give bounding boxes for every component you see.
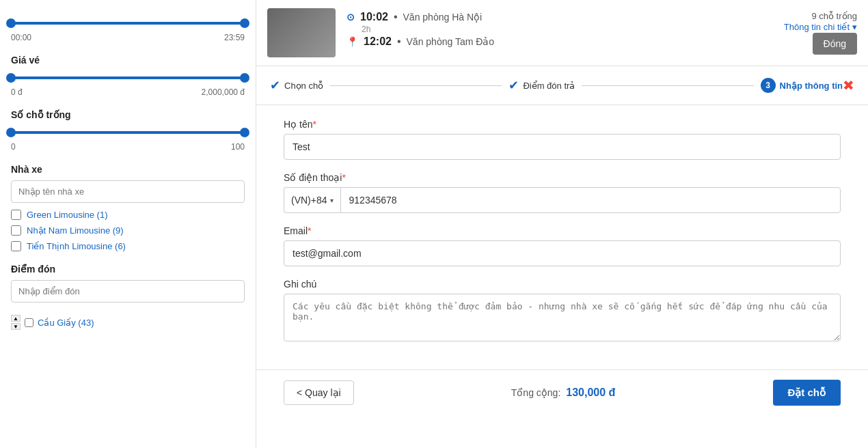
step-line-2	[582, 85, 753, 86]
company-item-2: Tiến Thịnh Limousine (6)	[11, 241, 245, 251]
seat-max-label: 100	[231, 142, 245, 152]
email-group: Email*	[284, 225, 841, 266]
email-input[interactable]	[284, 240, 841, 266]
sidebar: 00:00 23:59 Giá vé 0 đ 2,000,000 đ Số ch…	[0, 0, 256, 448]
detail-link-text: Thông tin chi tiết	[784, 22, 850, 32]
bus-times: ⊙ 10:02 • Văn phòng Hà Nội 2h 📍 12:02 • …	[347, 8, 773, 57]
pickup-item-0: ▲ ▼ Cầu Giấy (43)	[11, 315, 245, 330]
depart-location: Văn phòng Hà Nội	[403, 12, 483, 23]
depart-pin-icon: ⊙	[347, 12, 355, 23]
slider-track	[11, 131, 245, 134]
arrive-time: 12:02	[364, 36, 392, 48]
scroll-down-btn[interactable]: ▼	[11, 323, 21, 330]
seat-slider-left-thumb[interactable]	[6, 128, 16, 137]
phone-number-input[interactable]	[340, 187, 841, 213]
back-button[interactable]: < Quay lại	[284, 380, 354, 405]
price-slider-left-thumb[interactable]	[6, 73, 16, 83]
note-group: Ghi chú	[284, 279, 841, 344]
phone-label: Số điện thoại*	[284, 172, 841, 183]
step-3-number: 3	[761, 78, 776, 93]
bus-company-label: Nhà xe	[11, 164, 245, 175]
depart-separator: •	[394, 11, 398, 23]
depart-time: 10:02	[360, 11, 388, 23]
email-label: Email*	[284, 225, 841, 236]
company-label-2[interactable]: Tiến Thịnh Limousine (6)	[27, 241, 126, 251]
seat-range-labels: 0 100	[11, 142, 245, 152]
company-checkbox-1[interactable]	[11, 225, 21, 236]
seat-min-label: 0	[11, 142, 16, 152]
company-item-1: Nhật Nam Limousine (9)	[11, 225, 245, 236]
close-icon[interactable]: ✖	[843, 77, 854, 94]
step-3-label: Nhập thông tin	[780, 81, 843, 91]
step-1: ✔ Chọn chỗ	[270, 78, 323, 93]
phone-group: Số điện thoại* (VN)+84 ▾	[284, 172, 841, 213]
total-section: Tổng cộng: 130,000 đ	[511, 387, 616, 399]
book-button[interactable]: Đặt chỗ	[773, 380, 841, 406]
dong-button[interactable]: Đóng	[813, 33, 857, 55]
time-max-label: 23:59	[224, 33, 245, 42]
depart-row: ⊙ 10:02 • Văn phòng Hà Nội	[347, 11, 773, 23]
seat-label: Số chỗ trống	[11, 109, 245, 120]
seat-slider[interactable]	[11, 126, 245, 139]
phone-row: (VN)+84 ▾	[284, 187, 841, 213]
time-filter: 00:00 23:59	[11, 16, 245, 42]
main-content: ⊙ 10:02 • Văn phòng Hà Nội 2h 📍 12:02 • …	[256, 0, 868, 448]
note-textarea[interactable]	[284, 294, 841, 341]
bus-company-search-input[interactable]	[11, 180, 245, 203]
step-line-1	[330, 85, 502, 86]
company-item-0: Green Limousine (1)	[11, 210, 245, 220]
scroll-up-btn[interactable]: ▲	[11, 315, 21, 322]
price-max-label: 2,000,000 đ	[202, 87, 245, 97]
bus-duration: 2h	[347, 23, 773, 36]
time-range-labels: 00:00 23:59	[11, 33, 245, 42]
phone-prefix-text: (VN)+84	[291, 195, 327, 206]
arrive-separator: •	[397, 36, 401, 48]
bus-image-inner	[267, 8, 336, 57]
detail-link[interactable]: Thông tin chi tiết ▾	[784, 22, 857, 32]
step-3: 3 Nhập thông tin	[761, 78, 843, 93]
arrive-row: 📍 12:02 • Văn phòng Tam Đảo	[347, 36, 773, 48]
seats-text: 9 chỗ trống	[811, 11, 857, 21]
pickup-search-input[interactable]	[11, 280, 245, 303]
name-group: Họ tên*	[284, 119, 841, 160]
total-label: Tổng cộng:	[511, 387, 560, 398]
price-min-label: 0 đ	[11, 87, 23, 97]
time-slider-right-thumb[interactable]	[240, 18, 249, 28]
price-slider-right-thumb[interactable]	[240, 73, 249, 83]
name-input[interactable]	[284, 134, 841, 160]
company-checkbox-2[interactable]	[11, 241, 21, 251]
note-label: Ghi chú	[284, 279, 841, 290]
time-slider-left-thumb[interactable]	[6, 18, 16, 28]
bus-company-filter: Nhà xe Green Limousine (1) Nhật Nam Limo…	[11, 164, 245, 251]
price-label: Giá vé	[11, 55, 245, 66]
slider-track	[11, 76, 245, 79]
step-2-label: Điểm đón trả	[523, 81, 575, 91]
time-min-label: 00:00	[11, 33, 31, 42]
step-1-check-icon: ✔	[270, 78, 280, 93]
arrive-pin-icon: 📍	[347, 36, 358, 47]
step-2-check-icon: ✔	[508, 78, 519, 93]
slider-track	[11, 22, 245, 25]
arrive-location: Văn phòng Tam Đảo	[407, 36, 495, 47]
pickup-label-0[interactable]: Cầu Giấy (43)	[38, 318, 94, 328]
name-label: Họ tên*	[284, 119, 841, 130]
price-filter: Giá vé 0 đ 2,000,000 đ	[11, 55, 245, 97]
pickup-label: Điểm đón	[11, 264, 245, 275]
bus-right: 9 chỗ trống Thông tin chi tiết ▾ Đóng	[784, 8, 857, 57]
seat-filter: Số chỗ trống 0 100	[11, 109, 245, 152]
price-slider[interactable]	[11, 71, 245, 85]
form-footer: < Quay lại Tổng cộng: 130,000 đ Đặt chỗ	[256, 369, 868, 415]
steps-bar: ✔ Chọn chỗ ✔ Điểm đón trả 3 Nhập thông t…	[256, 66, 868, 105]
pickup-checkbox-0[interactable]	[25, 318, 33, 327]
bus-card: ⊙ 10:02 • Văn phòng Hà Nội 2h 📍 12:02 • …	[256, 0, 868, 66]
company-checkbox-0[interactable]	[11, 210, 21, 220]
pickup-filter: Điểm đón ▲ ▼ Cầu Giấy (43)	[11, 264, 245, 330]
seat-slider-right-thumb[interactable]	[240, 128, 249, 137]
phone-prefix-selector[interactable]: (VN)+84 ▾	[284, 187, 340, 213]
company-label-0[interactable]: Green Limousine (1)	[27, 210, 108, 220]
step-1-label: Chọn chỗ	[284, 81, 323, 91]
bus-image	[267, 8, 336, 57]
time-slider[interactable]	[11, 16, 245, 30]
company-label-1[interactable]: Nhật Nam Limousine (9)	[27, 225, 124, 236]
form-area: Họ tên* Số điện thoại* (VN)+84 ▾ Email*	[256, 105, 868, 369]
